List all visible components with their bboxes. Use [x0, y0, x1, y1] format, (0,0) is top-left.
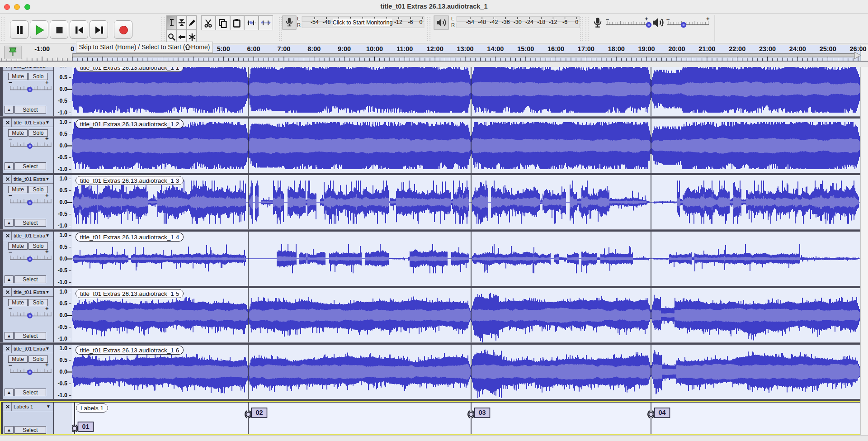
svg-text:R: R	[451, 22, 455, 28]
svg-text:1.0: 1.0	[60, 175, 67, 182]
svg-text:0.0: 0.0	[60, 369, 67, 375]
svg-text:-6: -6	[408, 19, 413, 25]
svg-text:25:00: 25:00	[820, 45, 836, 52]
svg-text:0.0: 0.0	[60, 199, 67, 205]
svg-text:-1.0: -1.0	[57, 223, 67, 229]
svg-text:0.5: 0.5	[60, 131, 67, 137]
svg-text:14:00: 14:00	[487, 45, 504, 52]
svg-text:04: 04	[658, 409, 665, 416]
svg-text:10:00: 10:00	[366, 45, 383, 52]
svg-text:19:00: 19:00	[638, 45, 655, 52]
svg-text:+: +	[645, 15, 648, 22]
svg-text:-36: -36	[502, 19, 510, 25]
svg-text:-54: -54	[311, 19, 319, 25]
svg-text:20:00: 20:00	[668, 45, 685, 52]
svg-text:-0.5: -0.5	[57, 324, 67, 330]
svg-text:-54: -54	[466, 19, 474, 25]
svg-text:22:00: 22:00	[729, 45, 745, 52]
svg-text:24:00: 24:00	[789, 45, 806, 52]
svg-text:-0.5: -0.5	[57, 380, 67, 387]
svg-text:R: R	[297, 22, 301, 28]
svg-text:1.0: 1.0	[60, 119, 67, 125]
svg-text:21:00: 21:00	[698, 45, 715, 52]
svg-text:-1:00: -1:00	[34, 45, 50, 52]
svg-text:L: L	[451, 16, 454, 21]
svg-text:L: L	[297, 16, 300, 21]
svg-text:-42: -42	[490, 19, 498, 25]
svg-text:-48: -48	[322, 19, 330, 25]
svg-text:-18: -18	[537, 19, 545, 25]
svg-text:0.5: 0.5	[60, 74, 67, 81]
svg-text:-12: -12	[394, 19, 402, 25]
svg-text:0: 0	[575, 19, 578, 25]
svg-text:0.5: 0.5	[60, 300, 67, 307]
svg-text:Click to Start Monitoring: Click to Start Monitoring	[333, 19, 393, 26]
svg-text:1.0: 1.0	[60, 345, 67, 351]
svg-text:0.0: 0.0	[60, 142, 67, 149]
svg-text:13:00: 13:00	[457, 45, 473, 52]
svg-text:02: 02	[255, 409, 263, 416]
svg-text:-12: -12	[549, 19, 557, 25]
svg-text:-0.5: -0.5	[57, 154, 67, 161]
svg-text:0.5: 0.5	[60, 187, 67, 194]
svg-text:1.0: 1.0	[60, 232, 67, 238]
svg-text:-1.0: -1.0	[57, 336, 67, 342]
svg-text:-0.5: -0.5	[57, 211, 67, 217]
svg-text:-1.0: -1.0	[57, 109, 67, 116]
svg-text:-0.5: -0.5	[57, 267, 67, 274]
svg-text:0: 0	[71, 45, 74, 52]
svg-text:9:00: 9:00	[338, 45, 351, 52]
svg-text:12:00: 12:00	[427, 45, 443, 52]
svg-text:0.0: 0.0	[60, 86, 67, 92]
svg-text:–: –	[606, 16, 609, 23]
svg-text:0: 0	[420, 19, 423, 25]
svg-text:8:00: 8:00	[307, 45, 321, 52]
svg-text:1.0: 1.0	[60, 67, 67, 69]
svg-text:-1.0: -1.0	[57, 166, 67, 172]
svg-text:-24: -24	[525, 19, 533, 25]
svg-text:0.5: 0.5	[60, 244, 67, 250]
svg-text:01: 01	[82, 423, 89, 430]
svg-text:-48: -48	[478, 19, 486, 25]
svg-text:0.5: 0.5	[60, 357, 67, 363]
svg-text:-1.0: -1.0	[57, 279, 67, 285]
svg-text:17:00: 17:00	[578, 45, 594, 52]
svg-text:16:00: 16:00	[547, 45, 564, 52]
svg-text:-6: -6	[562, 19, 567, 25]
svg-text:-30: -30	[514, 19, 522, 25]
svg-text:11:00: 11:00	[396, 45, 413, 52]
svg-text:-1.0: -1.0	[57, 392, 67, 398]
svg-text:26:00: 26:00	[850, 45, 867, 52]
svg-text:0.0: 0.0	[60, 312, 67, 318]
svg-text:6:00: 6:00	[247, 45, 260, 52]
svg-text:-0.5: -0.5	[57, 98, 67, 104]
svg-text:5:00: 5:00	[217, 45, 230, 52]
svg-text:15:00: 15:00	[517, 45, 534, 52]
svg-text:1.0: 1.0	[60, 289, 67, 295]
svg-text:18:00: 18:00	[608, 45, 625, 52]
svg-text:0.0: 0.0	[60, 256, 67, 262]
svg-text:03: 03	[478, 409, 486, 416]
svg-text:23:00: 23:00	[759, 45, 776, 52]
svg-text:7:00: 7:00	[277, 45, 290, 52]
